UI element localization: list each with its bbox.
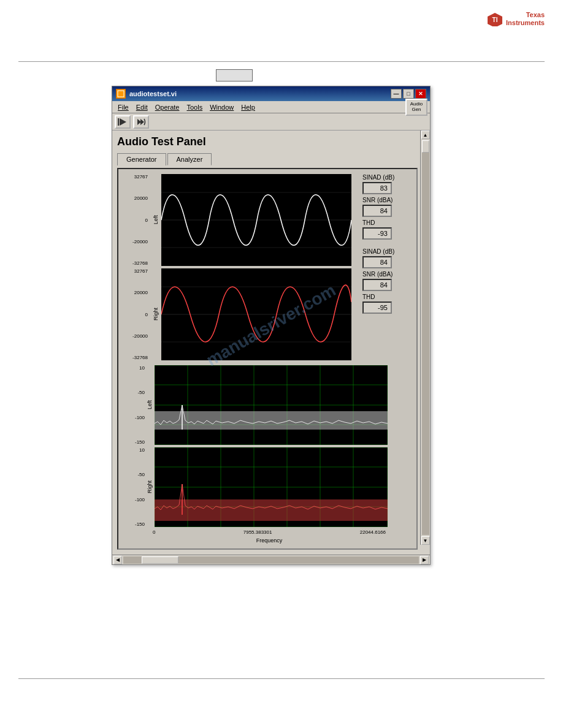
scroll-thumb-right[interactable] — [422, 140, 429, 153]
right-y-max: 32767 — [123, 268, 148, 274]
left-thd-group: THD -93 — [362, 219, 412, 240]
spectrum-section: 10 -50 -100 -150 Left — [123, 365, 412, 544]
scroll-down-arrow[interactable]: ▼ — [421, 536, 430, 545]
run-continuously-button[interactable] — [133, 115, 149, 129]
lv-app-icon — [116, 89, 126, 99]
left-channel-label: Left — [151, 215, 159, 224]
waveform-section: 32767 20000 0 -20000 -32768 Left — [123, 174, 412, 360]
scrollbar-bottom[interactable]: ◀ ▶ — [112, 555, 430, 564]
labview-window: audiotestset.vi — □ ✕ File Edit Operate … — [112, 86, 431, 565]
menu-help[interactable]: Help — [238, 103, 258, 112]
titlebar: audiotestset.vi — □ ✕ — [112, 86, 430, 101]
tab-generator[interactable]: Generator — [117, 153, 166, 165]
right-spectrum-container: 10 -50 -100 -150 Right — [123, 447, 412, 527]
hscroll-track[interactable] — [123, 556, 419, 564]
ti-logo-text-line1: Texas — [506, 11, 545, 19]
left-sinad-value: 83 — [362, 182, 392, 194]
menu-file[interactable]: File — [115, 103, 132, 112]
x-axis-end: 22044.6166 — [360, 529, 386, 535]
left-snr-value: 84 — [362, 205, 392, 217]
hscroll-thumb[interactable] — [142, 556, 178, 564]
left-spectrum-container: 10 -50 -100 -150 Left — [123, 365, 412, 445]
analyzer-panel: 32767 20000 0 -20000 -32768 Left — [117, 168, 418, 550]
svg-rect-43 — [155, 499, 388, 521]
left-snr-group: SNR (dBA) 84 — [362, 197, 412, 217]
spectrum-x-axis: 0 7955.383301 22044.6166 — [123, 529, 386, 535]
right-y-min: -32768 — [123, 355, 148, 360]
right-y-0: 0 — [123, 312, 148, 317]
right-spectrum-y-axis: 10 -50 -100 -150 — [123, 447, 145, 527]
left-waveform-chart — [161, 174, 351, 266]
right-waveform-container: 32767 20000 0 -20000 -32768 Right — [123, 268, 358, 360]
right-thd-value: -95 — [362, 301, 392, 314]
right-thd-group: THD -95 — [362, 294, 412, 314]
left-thd-label: THD — [362, 219, 412, 226]
left-thd-value: -93 — [362, 227, 392, 240]
menu-edit[interactable]: Edit — [133, 103, 151, 112]
run-button[interactable] — [115, 115, 131, 129]
right-snr-label: SNR (dBA) — [362, 271, 412, 278]
right-spectrum-chart — [155, 447, 388, 527]
svg-text:TI: TI — [492, 17, 498, 23]
window-title: audiotestset.vi — [129, 90, 177, 97]
x-axis-middle: 7955.383301 — [243, 529, 272, 535]
scroll-track-right[interactable] — [422, 140, 429, 535]
left-snr-label: SNR (dBA) — [362, 197, 412, 203]
ti-logo-icon: TI — [486, 12, 504, 26]
menu-tools[interactable]: Tools — [183, 103, 205, 112]
right-metrics: SINAD (dB) 84 — [362, 248, 412, 268]
menubar: File Edit Operate Tools Window Help Audi… — [112, 101, 430, 113]
waveform-charts: 32767 20000 0 -20000 -32768 Left — [123, 174, 358, 360]
left-y-0: 0 — [123, 218, 148, 223]
left-sinad-label: SINAD (dB) — [362, 174, 412, 181]
menu-operate[interactable]: Operate — [152, 103, 183, 112]
bottom-divider — [18, 678, 545, 679]
scroll-up-arrow[interactable]: ▲ — [421, 131, 430, 139]
left-y-20k: 20000 — [123, 195, 148, 201]
ti-logo-text-line2: Instruments — [506, 19, 545, 27]
right-snr-value: 84 — [362, 279, 392, 291]
right-waveform-chart — [161, 268, 351, 360]
titlebar-buttons: — □ ✕ — [391, 89, 426, 99]
top-rect-decoration — [216, 69, 253, 82]
left-spectrum-chart — [155, 365, 388, 445]
x-axis-start: 0 — [153, 529, 155, 535]
left-y-max: 32767 — [123, 174, 148, 180]
svg-marker-5 — [120, 118, 126, 126]
svg-rect-6 — [118, 118, 119, 126]
left-y-axis: 32767 20000 0 -20000 -32768 — [123, 174, 148, 266]
right-y-axis: 32767 20000 0 -20000 -32768 — [123, 268, 148, 360]
svg-marker-8 — [140, 119, 144, 125]
menu-window[interactable]: Window — [207, 103, 237, 112]
tab-analyzer[interactable]: Analyzer — [167, 153, 212, 165]
left-spectrum-y-axis: 10 -50 -100 -150 — [123, 365, 145, 445]
titlebar-left: audiotestset.vi — [116, 89, 177, 99]
left-y-min: -32768 — [123, 260, 148, 266]
panel-title: Audio Test Panel — [117, 135, 418, 148]
toolbar — [112, 113, 430, 131]
left-waveform-container: 32767 20000 0 -20000 -32768 Left — [123, 174, 358, 266]
right-snr-group: SNR (dBA) 84 — [362, 271, 412, 291]
right-thd-label: THD — [362, 294, 412, 300]
scroll-left-arrow[interactable]: ◀ — [113, 556, 122, 564]
menu-items: File Edit Operate Tools Window Help — [115, 103, 258, 112]
top-divider — [18, 61, 545, 62]
left-y-neg20k: -20000 — [123, 239, 148, 245]
minimize-button[interactable]: — — [391, 89, 402, 99]
right-y-neg20k: -20000 — [123, 333, 148, 339]
svg-rect-28 — [155, 411, 388, 430]
left-metrics: SINAD (dB) 83 — [362, 174, 412, 194]
scroll-right-arrow[interactable]: ▶ — [420, 556, 429, 564]
right-sinad-label: SINAD (dB) — [362, 248, 412, 255]
audio-gen-button[interactable]: AudioGen — [405, 99, 427, 116]
right-y-20k: 20000 — [123, 290, 148, 295]
frequency-label: Frequency — [123, 537, 386, 544]
close-button[interactable]: ✕ — [415, 89, 426, 99]
right-sinad-value: 84 — [362, 256, 392, 268]
scrollbar-right[interactable]: ▲ ▼ — [420, 131, 430, 545]
ti-logo: TI Texas Instruments — [486, 11, 545, 27]
right-channel-label: Right — [151, 308, 159, 320]
tabs-container: Generator Analyzer — [117, 153, 418, 165]
maximize-button[interactable]: □ — [403, 89, 414, 99]
metrics-panel: SINAD (dB) 83 SNR (dBA) 84 THD -93 SIN — [362, 174, 412, 314]
